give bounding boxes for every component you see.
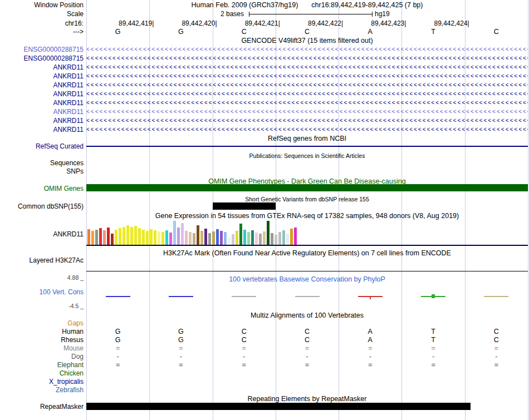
gtex-bar[interactable] <box>158 231 160 245</box>
gtex-bar[interactable] <box>173 221 176 245</box>
gene-label[interactable]: ANKRD11 <box>0 63 84 72</box>
gene-label[interactable]: ANKRD11 <box>0 81 84 90</box>
gtex-bar[interactable] <box>247 232 250 245</box>
gtex-bar[interactable] <box>169 233 172 245</box>
gtex-bar[interactable] <box>204 229 207 245</box>
gtex-bar[interactable] <box>200 231 203 245</box>
omim-bar[interactable] <box>86 184 528 191</box>
gtex-bar[interactable] <box>154 230 156 245</box>
gtex-bar[interactable] <box>216 229 219 245</box>
gtex-bar[interactable] <box>111 234 114 245</box>
gtex-bar[interactable] <box>115 230 117 245</box>
gene-label[interactable]: ANKRD11 <box>0 98 84 107</box>
gtex-bar[interactable] <box>107 228 110 245</box>
gtex-bar[interactable] <box>146 231 149 245</box>
gtex-bar[interactable] <box>193 233 195 245</box>
species-label[interactable]: Gaps <box>0 319 84 328</box>
gene-label[interactable]: ANKRD11 <box>0 107 84 116</box>
phylop-label[interactable]: 100 Vert. Cons <box>0 288 84 296</box>
gtex-bar-chart[interactable] <box>86 220 528 245</box>
repeatmasker-label[interactable]: RepeatMasker <box>0 403 84 411</box>
gtex-bar[interactable] <box>212 231 215 245</box>
gtex-bar[interactable] <box>99 228 102 245</box>
gene-label[interactable]: ANKRD11 <box>0 125 84 134</box>
gtex-bar[interactable] <box>278 232 281 245</box>
h3k27ac-title[interactable]: H3K27Ac Mark (Often Found Near Active Re… <box>86 249 528 257</box>
gene-label[interactable]: ANKRD11 <box>0 90 84 98</box>
gtex-bar[interactable] <box>185 231 188 245</box>
gtex-bar[interactable] <box>208 233 211 245</box>
species-label[interactable]: X_tropicalis <box>0 378 84 386</box>
gene-label[interactable]: ANKRD11 <box>0 116 84 125</box>
gtex-bar[interactable] <box>161 232 164 245</box>
refseq-curated-label[interactable]: RefSeq Curated <box>0 142 84 150</box>
gtex-bar[interactable] <box>255 233 258 245</box>
gtex-bar[interactable] <box>197 225 199 245</box>
multiz-title[interactable]: Multiz Alignments of 100 Vertebrates <box>86 312 528 319</box>
gtex-bar[interactable] <box>282 230 285 245</box>
gtex-bar[interactable] <box>286 234 289 245</box>
gene-label[interactable]: ANKRD11 <box>0 72 84 81</box>
repeatmasker-title[interactable]: Repeating Elements by RepeatMasker <box>86 395 528 403</box>
gtex-bar[interactable] <box>271 233 273 245</box>
gene-line[interactable]: <<<<<<<<<<<<<<<<<<<<<<<<<<<<<<<<<<<<<<<<… <box>86 107 528 116</box>
gtex-bar[interactable] <box>239 224 242 245</box>
gtex-bar[interactable] <box>236 231 238 245</box>
gtex-bar[interactable] <box>119 228 121 245</box>
gene-label[interactable]: ENSG00000288715 <box>0 45 84 54</box>
gtex-bar[interactable] <box>91 231 94 245</box>
gtex-bar[interactable] <box>224 232 227 245</box>
gtex-bar[interactable] <box>294 228 297 245</box>
phylop-title[interactable]: 100 vertebrates Basewise Conservation by… <box>86 275 528 283</box>
publications-title[interactable]: Publications: Sequences in Scientific Ar… <box>86 152 528 160</box>
species-label[interactable]: Dog <box>0 353 84 361</box>
gtex-bar[interactable] <box>232 234 234 245</box>
gtex-bar[interactable] <box>142 230 145 245</box>
gtex-gene-label[interactable]: ANKRD11 <box>0 230 84 238</box>
gtex-bar[interactable] <box>259 234 262 245</box>
gtex-bar[interactable] <box>228 238 231 245</box>
gene-line[interactable]: <<<<<<<<<<<<<<<<<<<<<<<<<<<<<<<<<<<<<<<<… <box>86 81 528 90</box>
gene-label[interactable]: ENSG00000288715 <box>0 54 84 63</box>
gtex-bar[interactable] <box>87 229 90 245</box>
gtex-bar[interactable] <box>275 235 277 245</box>
gtex-bar[interactable] <box>263 231 266 245</box>
gene-line[interactable]: <<<<<<<<<<<<<<<<<<<<<<<<<<<<<<<<<<<<<<<<… <box>86 54 528 63</box>
gtex-bar[interactable] <box>123 227 125 245</box>
gtex-bar[interactable] <box>126 225 129 245</box>
repeatmasker-bar[interactable] <box>86 403 471 410</box>
sequences-label[interactable]: Sequences <box>0 159 84 167</box>
gtex-bar[interactable] <box>165 230 168 245</box>
species-label[interactable]: Chicken <box>0 369 84 378</box>
gene-line[interactable]: <<<<<<<<<<<<<<<<<<<<<<<<<<<<<<<<<<<<<<<<… <box>86 90 528 98</box>
species-label[interactable]: Rhesus <box>0 336 84 344</box>
refseq-title[interactable]: RefSeq genes from NCBI <box>86 135 528 142</box>
gtex-bar[interactable] <box>138 228 141 245</box>
gtex-bar[interactable] <box>103 230 106 245</box>
snps-label[interactable]: SNPs <box>0 167 84 175</box>
gtex-bar[interactable] <box>150 229 153 245</box>
gtex-bar[interactable] <box>181 223 184 245</box>
gtex-bar[interactable] <box>95 230 98 245</box>
gtex-bar[interactable] <box>251 230 254 245</box>
gtex-bar[interactable] <box>220 231 223 245</box>
gencode-title[interactable]: GENCODE V49lift37 (15 items filtered out… <box>86 37 528 45</box>
gene-line[interactable]: <<<<<<<<<<<<<<<<<<<<<<<<<<<<<<<<<<<<<<<<… <box>86 125 528 134</box>
gtex-bar[interactable] <box>267 221 270 245</box>
gtex-bar[interactable] <box>189 232 192 245</box>
dbsnp-bar[interactable] <box>213 202 276 210</box>
gene-line[interactable]: <<<<<<<<<<<<<<<<<<<<<<<<<<<<<<<<<<<<<<<<… <box>86 63 528 72</box>
gene-line[interactable]: <<<<<<<<<<<<<<<<<<<<<<<<<<<<<<<<<<<<<<<<… <box>86 72 528 81</box>
species-label[interactable]: Zebrafish <box>0 386 84 394</box>
gene-line[interactable]: <<<<<<<<<<<<<<<<<<<<<<<<<<<<<<<<<<<<<<<<… <box>86 98 528 107</box>
gtex-bar[interactable] <box>243 230 246 245</box>
dbsnp-label[interactable]: Common dbSNP(155) <box>0 202 84 210</box>
gtex-bar[interactable] <box>177 228 180 245</box>
omim-genes-label[interactable]: OMIM Genes <box>0 185 84 192</box>
gtex-bar[interactable] <box>290 229 293 245</box>
gtex-bar[interactable] <box>134 226 137 245</box>
species-label[interactable]: Mouse <box>0 344 84 353</box>
gtex-bar[interactable] <box>130 227 133 245</box>
species-label[interactable]: Human <box>0 328 84 336</box>
dbsnp-title[interactable]: Short Genetic Variants from dbSNP releas… <box>86 195 528 203</box>
